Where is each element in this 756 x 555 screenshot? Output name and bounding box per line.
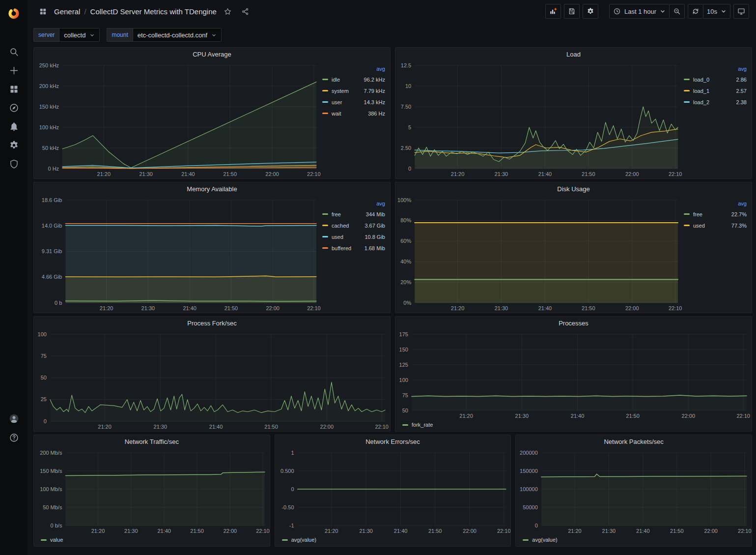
legend-item-load-0[interactable]: load_02.86 <box>684 74 747 85</box>
legend: avg(value) <box>275 535 511 546</box>
breadcrumb-title[interactable]: CollectD Server Metrics with TDengine <box>90 7 217 16</box>
share-icon[interactable] <box>239 5 252 18</box>
add-panel-button[interactable] <box>545 4 561 19</box>
svg-text:0: 0 <box>408 166 411 172</box>
svg-text:14.0 Gib: 14.0 Gib <box>42 223 62 229</box>
configuration-gear-icon[interactable] <box>7 139 20 151</box>
dashboard-settings-button[interactable] <box>583 4 598 19</box>
chart-cpu-average[interactable]: 21:2021:3021:4021:5022:0022:10250 kHz200… <box>34 61 321 178</box>
time-range-label: Last 1 hour <box>624 8 656 15</box>
server-admin-shield-icon[interactable] <box>7 157 20 170</box>
chart-memory-available[interactable]: 21:2021:3021:4021:5022:0022:1018.6 Gib14… <box>34 196 321 313</box>
svg-text:21:30: 21:30 <box>124 528 138 534</box>
svg-text:50 kHz: 50 kHz <box>42 145 59 151</box>
panel-title[interactable]: Network Traffic/sec <box>34 435 270 448</box>
create-plus-icon[interactable] <box>7 64 20 77</box>
series-color-dash <box>322 236 328 237</box>
legend-item-buffered[interactable]: buffered1.68 Mib <box>322 242 385 254</box>
explore-compass-icon[interactable] <box>7 101 20 114</box>
panel-title[interactable]: CPU Average <box>34 48 390 61</box>
panel-title[interactable]: Network Packets/sec <box>516 435 752 448</box>
time-range-picker[interactable]: Last 1 hour <box>609 4 670 19</box>
legend-item-used[interactable]: used10.8 Gib <box>322 231 385 242</box>
svg-text:22:10: 22:10 <box>256 528 270 534</box>
legend: avgload_02.86load_12.57load_22.38 <box>683 61 752 178</box>
chart-process-fork-sec[interactable]: 21:2021:3021:4021:5022:0022:101007550250 <box>34 330 390 431</box>
variable-value-server[interactable]: collectd <box>59 28 100 42</box>
dashboards-icon[interactable] <box>7 83 20 95</box>
legend-avg-header: avg <box>322 201 385 206</box>
legend-item-avg-value[interactable]: avg(value) <box>523 535 557 544</box>
series-color-dash <box>684 90 690 91</box>
svg-text:22:10: 22:10 <box>497 528 511 534</box>
variable-value-mount[interactable]: etc-collectd-collectd.conf <box>133 28 222 42</box>
chart-network-packets-sec[interactable]: 21:2021:3021:4021:5022:0022:102000001500… <box>516 448 752 535</box>
svg-text:250 kHz: 250 kHz <box>39 62 59 68</box>
save-dashboard-button[interactable] <box>564 4 580 19</box>
panel-disk-usage: Disk Usage21:2021:3021:4021:5022:0022:10… <box>395 182 752 313</box>
panel-network-packets-sec: Network Packets/sec21:2021:3021:4021:502… <box>515 435 752 547</box>
svg-text:21:40: 21:40 <box>157 528 171 534</box>
legend-item-wait[interactable]: wait386 Hz <box>322 108 385 119</box>
legend-item-load-2[interactable]: load_22.38 <box>684 96 747 108</box>
series-color-dash <box>322 247 328 249</box>
help-icon[interactable] <box>7 431 20 444</box>
svg-text:100 kHz: 100 kHz <box>39 124 59 130</box>
legend-item-cached[interactable]: cached3.67 Gib <box>322 220 385 231</box>
legend-item-value[interactable]: value <box>41 535 63 544</box>
svg-text:21:50: 21:50 <box>223 171 237 177</box>
svg-text:125: 125 <box>399 362 408 368</box>
svg-text:60%: 60% <box>400 238 411 244</box>
chart-disk-usage[interactable]: 21:2021:3021:4021:5022:0022:10100%80%60%… <box>395 196 683 313</box>
panel-title[interactable]: Load <box>395 48 752 61</box>
series-color-dash <box>322 113 328 114</box>
legend-item-avg-value[interactable]: avg(value) <box>282 535 316 544</box>
search-icon[interactable] <box>7 45 20 58</box>
chart-load[interactable]: 21:2021:3021:4021:5022:0022:1012.5107.50… <box>395 61 683 178</box>
series-color-dash <box>322 225 328 226</box>
grafana-logo-icon[interactable] <box>7 7 20 20</box>
refresh-interval-dropdown[interactable]: 10s <box>703 4 730 19</box>
alerting-bell-icon[interactable] <box>7 120 20 133</box>
svg-text:21:50: 21:50 <box>264 424 278 430</box>
svg-text:100%: 100% <box>397 197 411 203</box>
legend-item-load-1[interactable]: load_12.57 <box>684 85 747 96</box>
svg-text:2.50: 2.50 <box>401 145 411 151</box>
chart-network-traffic-sec[interactable]: 21:2021:3021:4021:5022:0022:10200 Mb/s15… <box>34 448 270 535</box>
svg-text:0: 0 <box>291 486 294 492</box>
svg-text:1: 1 <box>291 450 294 456</box>
legend-item-used[interactable]: used77.3% <box>684 220 747 231</box>
zoom-out-button[interactable] <box>669 4 685 19</box>
panel-title[interactable]: Network Errors/sec <box>275 435 511 448</box>
refresh-button[interactable] <box>688 4 703 19</box>
series-color-dash <box>322 79 328 80</box>
panel-title[interactable]: Disk Usage <box>395 182 752 196</box>
legend-avg-header: avg <box>684 66 747 72</box>
legend-item-fork-rate[interactable]: fork_rate <box>402 420 433 429</box>
chart-processes[interactable]: 21:2021:3021:4021:5022:0022:101751501251… <box>395 330 752 420</box>
panel-title[interactable]: Processes <box>395 317 752 330</box>
legend: value <box>34 535 270 546</box>
svg-text:200 kHz: 200 kHz <box>39 83 59 89</box>
svg-text:22:00: 22:00 <box>463 528 476 534</box>
user-avatar[interactable] <box>7 412 20 425</box>
panel-title[interactable]: Process Fork/sec <box>34 317 390 330</box>
legend-item-free[interactable]: free22.7% <box>684 208 747 220</box>
svg-text:21:40: 21:40 <box>538 171 552 177</box>
star-icon[interactable] <box>222 5 234 18</box>
cycle-view-button[interactable] <box>733 4 749 19</box>
breadcrumb-folder[interactable]: General <box>54 7 80 16</box>
series-color-dash <box>684 213 690 215</box>
legend-item-free[interactable]: free344 Mib <box>322 208 385 220</box>
svg-text:22:00: 22:00 <box>682 413 696 419</box>
series-color-dash <box>402 424 408 426</box>
svg-text:22:00: 22:00 <box>625 305 639 311</box>
legend-item-user[interactable]: user14.3 kHz <box>322 96 385 108</box>
panel-title[interactable]: Memory Available <box>34 182 390 196</box>
legend-item-idle[interactable]: idle96.2 kHz <box>322 74 385 85</box>
chart-network-errors-sec[interactable]: 21:2021:3021:4021:5022:0022:1010.5000-0.… <box>275 448 511 535</box>
navbar: General / CollectD Server Metrics with T… <box>28 0 756 23</box>
variable-mount: mount etc-collectd-collectd.conf <box>107 28 222 42</box>
legend-item-system[interactable]: system7.79 kHz <box>322 85 385 96</box>
svg-text:22:00: 22:00 <box>265 171 279 177</box>
